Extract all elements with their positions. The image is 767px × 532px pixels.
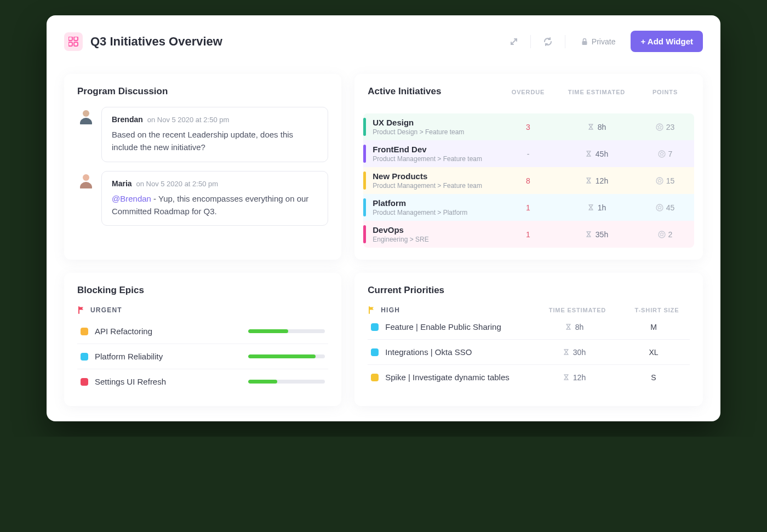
hourglass-icon [587,123,594,130]
priorities-title: Current Priorities [368,285,690,296]
lock-icon [581,38,588,45]
initiative-path: Product Management > Feature team [373,155,503,163]
progress-bar [248,329,325,333]
time-estimated-value: 45h [553,150,640,158]
tshirt-size-value: S [621,373,686,382]
initiative-row[interactable]: PlatformProduct Management > Platform11h… [363,194,694,221]
points-value: 45 [640,203,690,212]
color-stripe [363,225,366,243]
urgent-label: URGENT [90,306,122,314]
divider [565,35,565,48]
epic-row[interactable]: Settings UI Refresh [77,369,328,394]
time-estimated-value: 35h [553,230,640,239]
epic-name: Settings UI Refresh [95,377,242,386]
page-title: Q3 Initiatives Overview [90,35,222,49]
priority-row[interactable]: Feature | Enable Public Sharing8hM [368,314,690,340]
comment: Brendan on Nov 5 2020 at 2:50 pm Based o… [77,107,328,162]
priority-name: Integrations | Okta SSO [385,347,472,357]
comment-text: Based on the recent Leadership update, d… [112,128,318,154]
progress-bar [248,380,325,384]
initiative-name: DevOps [373,225,503,234]
blocking-title: Blocking Epics [77,285,328,296]
initiative-path: Product Design > Feature team [373,128,503,136]
initiative-name: Platform [373,198,503,208]
color-stripe [363,118,366,136]
initiative-name: FrontEnd Dev [373,145,503,154]
initiative-path: Product Management > Platform [373,209,503,216]
star-icon [658,150,666,158]
col-time-estimated: TIME ESTIMATED [553,89,640,95]
epic-name: API Refactoring [95,327,242,336]
priority-row[interactable]: Spike | Investigate dynamic tables12hS [368,365,690,390]
points-value: 7 [640,150,690,158]
star-icon [658,231,666,238]
initiative-name: UX Design [373,118,503,127]
priority-name: Feature | Enable Public Sharing [385,322,501,331]
epic-name: Platform Reliability [95,352,242,361]
progress-bar [248,354,325,358]
points-value: 23 [640,123,690,131]
time-estimated-value: 8h [553,123,640,131]
star-icon [656,177,663,185]
priority-name: Spike | Investigate dynamic tables [385,373,510,382]
points-value: 2 [640,230,690,239]
comment-author: Brendan [112,115,143,124]
tshirt-size-value: XL [621,348,686,357]
time-estimated-value: 12h [553,176,640,185]
flag-icon [77,306,86,314]
initiative-name: New Products [373,171,503,181]
overdue-value: 1 [503,203,553,212]
hourglass-icon [585,231,592,238]
hourglass-icon [563,374,570,381]
hourglass-icon [565,323,572,330]
time-estimated-value: 30h [528,348,621,357]
epic-row[interactable]: API Refactoring [77,319,328,344]
svg-rect-1 [74,37,78,41]
initiative-row[interactable]: New ProductsProduct Management > Feature… [363,167,694,194]
color-swatch [371,323,379,331]
high-label: HIGH [381,306,400,314]
comment-meta: on Nov 5 2020 at 2:50 pm [136,180,218,188]
active-title: Active Initiatives [368,86,503,97]
comment-meta: on Nov 5 2020 at 2:50 pm [147,116,230,124]
color-swatch [371,374,379,381]
epic-row[interactable]: Platform Reliability [77,344,328,369]
overdue-value: 1 [503,230,553,239]
col-overdue: OVERDUE [503,89,553,95]
overdue-value: 8 [503,176,553,185]
col-time-estimated: TIME ESTIMATED [531,307,624,313]
color-stripe [363,171,366,190]
initiative-row[interactable]: FrontEnd DevProduct Management > Feature… [363,140,694,167]
priority-row[interactable]: Integrations | Okta SSO30hXL [368,340,690,365]
expand-icon[interactable] [505,34,523,49]
hourglass-icon [585,150,592,157]
initiative-path: Product Management > Feature team [373,182,503,190]
comment-text: @Brendan - Yup, this encompasses everyth… [112,192,318,218]
hourglass-icon [563,348,570,356]
svg-point-8 [80,182,92,188]
add-widget-button[interactable]: + Add Widget [631,31,703,52]
initiative-row[interactable]: UX DesignProduct Design > Feature team38… [363,113,694,140]
initiative-row[interactable]: DevOpsEngineering > SRE135h2 [363,221,694,248]
color-stripe [363,145,366,163]
time-estimated-value: 12h [528,373,621,382]
comment: Maria on Nov 5 2020 at 2:50 pm @Brendan … [77,171,328,226]
svg-rect-4 [582,41,587,45]
mention[interactable]: @Brendan [112,194,151,203]
svg-point-6 [80,118,92,124]
svg-point-5 [83,110,89,117]
refresh-icon[interactable] [539,33,557,50]
svg-rect-2 [68,42,72,46]
color-swatch [371,348,379,356]
overdue-value: 3 [503,123,553,131]
svg-rect-3 [74,42,78,46]
tshirt-size-value: M [621,323,686,331]
divider [530,35,531,48]
col-points: POINTS [640,89,690,95]
time-estimated-value: 8h [528,323,621,331]
flag-icon [368,306,376,314]
app-logo [64,32,83,51]
comment-author: Maria [112,179,132,188]
initiative-path: Engineering > SRE [373,236,503,243]
privacy-toggle[interactable]: Private [573,37,623,46]
